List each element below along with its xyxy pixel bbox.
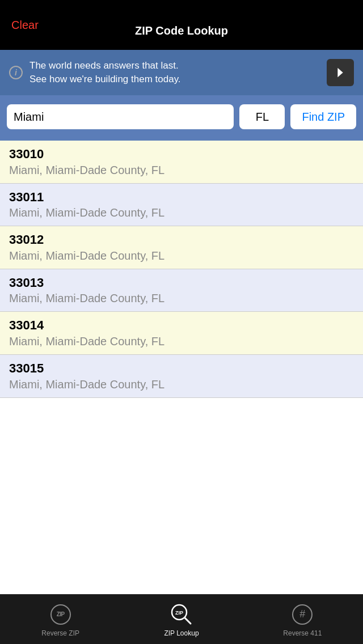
ad-info-icon[interactable]: i [9, 66, 23, 79]
table-row[interactable]: 33013 Miami, Miami-Dade County, FL [0, 269, 363, 312]
result-location: Miami, Miami-Dade County, FL [9, 291, 354, 306]
tab-reverse-411-label: Reverse 411 [283, 629, 322, 637]
ad-banner: i The world needs answers that last. See… [0, 50, 363, 95]
result-zip: 33010 [9, 146, 354, 163]
city-input[interactable] [7, 104, 234, 129]
results-list: 33010 Miami, Miami-Dade County, FL 33011… [0, 141, 363, 594]
clear-button[interactable]: Clear [11, 19, 39, 32]
reverse-411-icon: # [290, 602, 315, 627]
result-location: Miami, Miami-Dade County, FL [9, 248, 354, 263]
header: Clear ZIP Code Lookup [0, 0, 363, 50]
tab-bar: ZIP Reverse ZIP ZIP ZIP Lookup # Reverse… [0, 594, 363, 644]
result-location: Miami, Miami-Dade County, FL [9, 163, 354, 177]
tab-reverse-zip[interactable]: ZIP Reverse ZIP [0, 602, 121, 637]
tab-zip-lookup-label: ZIP Lookup [164, 629, 199, 637]
zip-lookup-icon: ZIP [169, 602, 194, 627]
tab-reverse-411[interactable]: # Reverse 411 [242, 602, 363, 637]
result-zip: 33012 [9, 232, 354, 248]
svg-text:ZIP: ZIP [175, 610, 183, 616]
result-location: Miami, Miami-Dade County, FL [9, 205, 354, 220]
main-content: i The world needs answers that last. See… [0, 50, 363, 594]
result-zip: 33015 [9, 361, 354, 377]
result-location: Miami, Miami-Dade County, FL [9, 334, 354, 349]
table-row[interactable]: 33010 Miami, Miami-Dade County, FL [0, 141, 363, 184]
arrow-right-icon [332, 65, 348, 80]
find-zip-button[interactable]: Find ZIP [290, 104, 356, 129]
zip-lookup-svg: ZIP [169, 602, 194, 627]
state-input[interactable] [239, 104, 285, 129]
table-row[interactable]: 33012 Miami, Miami-Dade County, FL [0, 226, 363, 269]
reverse-zip-icon: ZIP [48, 602, 73, 627]
page-title: ZIP Code Lookup [135, 24, 228, 37]
result-zip: 33013 [9, 275, 354, 291]
ad-arrow-button[interactable] [327, 59, 354, 86]
result-zip: 33014 [9, 317, 354, 334]
table-row[interactable]: 33011 Miami, Miami-Dade County, FL [0, 184, 363, 227]
table-row[interactable]: 33014 Miami, Miami-Dade County, FL [0, 312, 363, 355]
tab-zip-lookup[interactable]: ZIP ZIP Lookup [121, 602, 242, 637]
tab-reverse-zip-label: Reverse ZIP [41, 629, 79, 637]
ad-text: The world needs answers that last. See h… [29, 59, 320, 86]
table-row[interactable]: 33015 Miami, Miami-Dade County, FL [0, 355, 363, 398]
search-area: Find ZIP [0, 95, 363, 141]
svg-line-2 [185, 618, 191, 624]
result-location: Miami, Miami-Dade County, FL [9, 377, 354, 392]
result-zip: 33011 [9, 189, 354, 206]
